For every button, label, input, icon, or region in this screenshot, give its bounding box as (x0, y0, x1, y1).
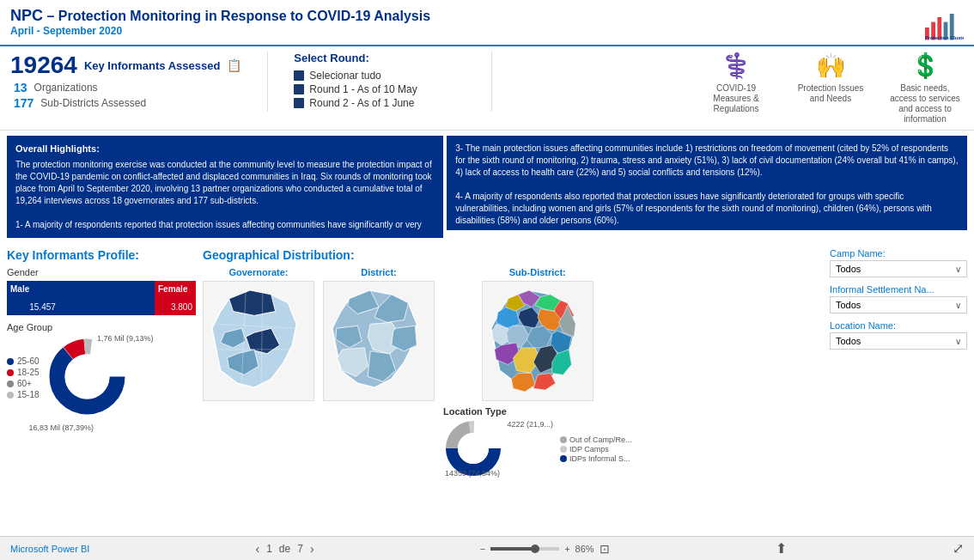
round-label-0: Selecionar tudo (309, 70, 380, 82)
round-item-0[interactable]: Selecionar tudo (294, 70, 466, 82)
round-checkbox-1[interactable] (294, 84, 304, 94)
legend-item-2: 60+ (7, 379, 40, 388)
page-current: 1 (266, 543, 272, 555)
location-value1: 4222 (21,9...) (507, 420, 553, 429)
key-informants-profile-title: Key Informants Profile: (7, 248, 196, 262)
donut-large-label: 16,83 Mil (87,39%) (29, 423, 94, 432)
donut-container: 25-60 18-25 60+ 15-18 (7, 336, 196, 420)
age-group-section: Age Group 25-60 18-25 60+ (7, 322, 196, 420)
female-bar-value: 3.800 (171, 302, 192, 313)
next-page-button[interactable]: › (310, 542, 314, 556)
covid-measures-icon: ⚕️ (721, 52, 752, 80)
location-name-label: Location Name: (830, 320, 967, 331)
governorate-label: Governorate: (228, 267, 288, 277)
key-informants-label: Key Informants Assessed (84, 59, 220, 72)
male-bar-value: 15.457 (29, 302, 56, 313)
basic-needs-label: Basic needs, access to services and acce… (886, 83, 964, 125)
donut-small-label: 1,76 Mil (9,13%) (97, 334, 154, 343)
legend-dot-2 (7, 380, 14, 387)
svg-point-50 (458, 433, 489, 464)
highlights-section: Overall Highlights: The protection monit… (7, 136, 967, 238)
location-name-select[interactable]: Todos ∨ (830, 332, 967, 350)
fit-screen-icon[interactable]: ⊡ (600, 542, 610, 556)
camp-name-filter: Camp Name: Todos ∨ (830, 248, 967, 277)
organizations-label: Organizations (34, 82, 98, 94)
location-type-section: Location Type (443, 406, 632, 481)
svg-marker-12 (229, 290, 276, 316)
highlights-left-text: The protection monitoring exercise was c… (15, 159, 435, 231)
round-checkbox-0[interactable] (294, 70, 304, 81)
round-label-2: Round 2 - As of 1 June (309, 97, 414, 109)
legend-label-1: 18-25 (17, 368, 40, 377)
sub-districts-label: Sub-Districts Assessed (40, 97, 146, 109)
legend-dot-1 (7, 369, 14, 376)
category-protection-issues: 🙌 Protection Issues and Needs (792, 52, 869, 125)
export-icon[interactable]: 📋 (227, 58, 241, 72)
title-npc: NPC (10, 7, 43, 24)
zoom-minus-icon[interactable]: − (480, 544, 485, 554)
loc-label-2: IDPs Informal S... (569, 454, 630, 463)
female-bar-label: Female (158, 283, 187, 294)
powerbi-link[interactable]: Microsoft Power BI (10, 544, 89, 554)
informal-settlement-filter: Informal Settlement Na... Todos ∨ (830, 284, 967, 313)
donut-wrapper: 16,83 Mil (87,39%) 1,76 Mil (9,13%) (46, 336, 128, 420)
share-icon[interactable]: ⬆ (776, 540, 787, 557)
round-item-2[interactable]: Round 2 - As of 1 June (294, 97, 466, 109)
geo-title: Geographical Distribution: (203, 248, 823, 262)
male-bar-label: Male (10, 283, 29, 294)
subdistrict-section: Sub-District: (443, 267, 632, 481)
protection-cluster-logo: Protection Cluster Iraq (921, 7, 964, 41)
highlights-left: Overall Highlights: The protection monit… (7, 136, 443, 238)
svg-point-10 (64, 355, 109, 399)
camp-name-select[interactable]: Todos ∨ (830, 260, 967, 277)
district-section: District: (323, 267, 435, 401)
logo-area: Protection Cluster Iraq (921, 7, 964, 41)
organizations-stat: 13 Organizations (10, 81, 241, 94)
legend-label-2: 60+ (17, 379, 32, 388)
legend-item-0: 25-60 (7, 356, 40, 366)
sub-districts-number: 177 (14, 96, 33, 110)
categories: ⚕️ COVID-19 Measures & Regulations 🙌 Pro… (697, 52, 964, 125)
gender-female-bar: Female 3.800 (155, 281, 196, 315)
covid-measures-label: COVID-19 Measures & Regulations (697, 83, 775, 114)
loc-legend-2: IDPs Informal S... (560, 454, 632, 463)
header: NPC – Protection Monitoring in Response … (0, 0, 974, 46)
informal-settlement-select[interactable]: Todos ∨ (830, 296, 967, 313)
page-title: NPC – Protection Monitoring in Response … (10, 7, 430, 25)
camp-name-value: Todos (836, 264, 861, 274)
prev-page-button[interactable]: ‹ (255, 542, 259, 556)
protection-issues-icon: 🙌 (816, 52, 846, 80)
zoom-handle[interactable] (531, 545, 539, 553)
camp-name-label: Camp Name: (830, 248, 967, 259)
gender-bar: Male 15.457 Female 3.800 (7, 281, 196, 315)
location-name-chevron-icon: ∨ (955, 337, 961, 346)
age-group-label: Age Group (7, 322, 196, 332)
subtitle: April - September 2020 (10, 25, 430, 37)
zoom-slider[interactable] (490, 547, 559, 551)
sub-districts-stat: 177 Sub-Districts Assessed (10, 96, 241, 110)
footer-nav: ‹ 1 de 7 › (255, 542, 314, 556)
maps-row: Governorate: (203, 267, 823, 481)
legend-dot-0 (7, 358, 14, 365)
zoom-plus-icon[interactable]: + (564, 544, 569, 554)
legend-item-3: 15-18 (7, 390, 40, 399)
location-legend: Out of Camp/Re... IDP Camps IDPs Informa… (560, 435, 632, 464)
organizations-number: 13 (14, 81, 27, 94)
loc-legend-1: IDP Camps (560, 445, 632, 453)
age-legend: 25-60 18-25 60+ 15-18 (7, 356, 40, 399)
right-panel: Camp Name: Todos ∨ Informal Settlement N… (830, 248, 967, 531)
zoom-percent: 86% (575, 544, 594, 554)
governorate-map (203, 281, 314, 401)
expand-icon[interactable]: ⤢ (953, 540, 964, 557)
header-title-block: NPC – Protection Monitoring in Response … (10, 7, 430, 37)
page-total: 7 (297, 543, 303, 555)
subdistrict-map (482, 281, 594, 401)
page-separator: de (279, 543, 290, 555)
highlights-right-text: 3- The main protection issues affecting … (455, 143, 959, 227)
legend-label-0: 25-60 (17, 356, 40, 366)
round-checkbox-2[interactable] (294, 98, 304, 108)
informal-settlement-label: Informal Settlement Na... (830, 284, 967, 295)
governorate-section: Governorate: (203, 267, 314, 401)
footer-zoom: − + 86% ⊡ (480, 542, 610, 556)
round-item-1[interactable]: Round 1 - As of 10 May (294, 83, 466, 95)
